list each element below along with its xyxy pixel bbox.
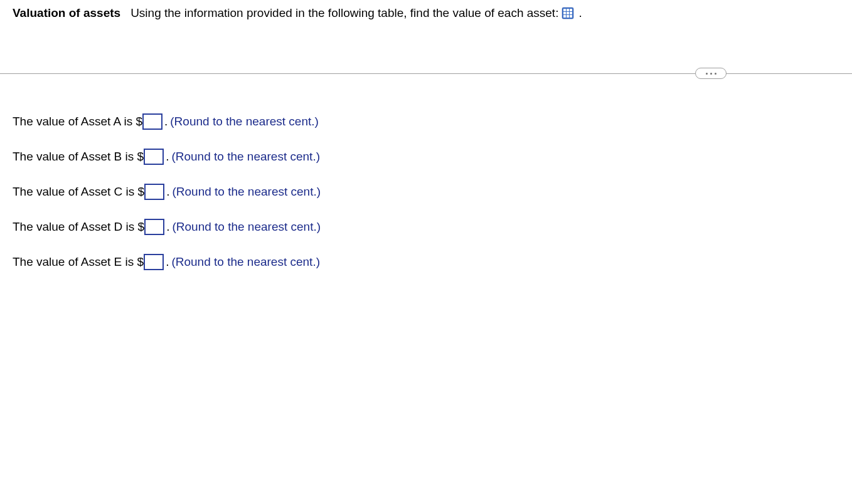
content-area: The value of Asset A is $ . (Round to th… — [0, 79, 852, 270]
ellipsis-icon — [706, 73, 708, 75]
header-row: Valuation of assets Using the informatio… — [0, 0, 852, 20]
ellipsis-icon — [715, 73, 716, 75]
question-title-bold: Valuation of assets — [13, 6, 120, 20]
trailing-period: . — [578, 6, 582, 20]
asset-e-input[interactable] — [144, 254, 164, 270]
divider — [0, 68, 852, 79]
svg-rect-9 — [570, 15, 572, 18]
asset-e-prefix: The value of Asset E is $ — [13, 255, 144, 269]
svg-rect-8 — [567, 15, 569, 18]
asset-d-period: . — [166, 220, 169, 234]
svg-rect-6 — [570, 12, 572, 14]
asset-a-period: . — [164, 115, 168, 129]
svg-rect-5 — [567, 12, 569, 14]
asset-d-row: The value of Asset D is $ . (Round to th… — [13, 219, 839, 235]
page-container: Valuation of assets Using the informatio… — [0, 0, 852, 504]
asset-b-prefix: The value of Asset B is $ — [13, 150, 144, 164]
asset-e-hint: (Round to the nearest cent.) — [171, 255, 320, 269]
asset-d-prefix: The value of Asset D is $ — [13, 220, 144, 234]
svg-rect-7 — [563, 15, 566, 18]
question-description: Using the information provided in the fo… — [130, 6, 558, 20]
svg-rect-1 — [563, 9, 566, 11]
table-icon[interactable] — [561, 6, 575, 20]
svg-rect-3 — [570, 9, 572, 11]
asset-a-input[interactable] — [142, 113, 162, 130]
asset-c-prefix: The value of Asset C is $ — [13, 185, 144, 199]
ellipsis-icon — [710, 73, 712, 75]
svg-rect-4 — [563, 12, 566, 14]
asset-b-period: . — [166, 150, 169, 164]
question-description-wrap: Using the information provided in the fo… — [130, 6, 582, 20]
asset-c-hint: (Round to the nearest cent.) — [172, 185, 321, 199]
asset-a-row: The value of Asset A is $ . (Round to th… — [13, 113, 839, 130]
asset-b-input[interactable] — [144, 149, 164, 165]
asset-a-hint: (Round to the nearest cent.) — [170, 115, 319, 129]
asset-d-input[interactable] — [144, 219, 164, 235]
more-options-button[interactable] — [695, 68, 727, 79]
asset-d-hint: (Round to the nearest cent.) — [172, 220, 321, 234]
asset-b-row: The value of Asset B is $ . (Round to th… — [13, 149, 839, 165]
asset-c-period: . — [166, 185, 169, 199]
asset-c-row: The value of Asset C is $ . (Round to th… — [13, 184, 839, 200]
asset-e-period: . — [166, 255, 169, 269]
svg-rect-2 — [567, 9, 569, 11]
asset-e-row: The value of Asset E is $ . (Round to th… — [13, 254, 839, 270]
asset-b-hint: (Round to the nearest cent.) — [171, 150, 320, 164]
asset-a-prefix: The value of Asset A is $ — [13, 115, 142, 129]
asset-c-input[interactable] — [144, 184, 164, 200]
